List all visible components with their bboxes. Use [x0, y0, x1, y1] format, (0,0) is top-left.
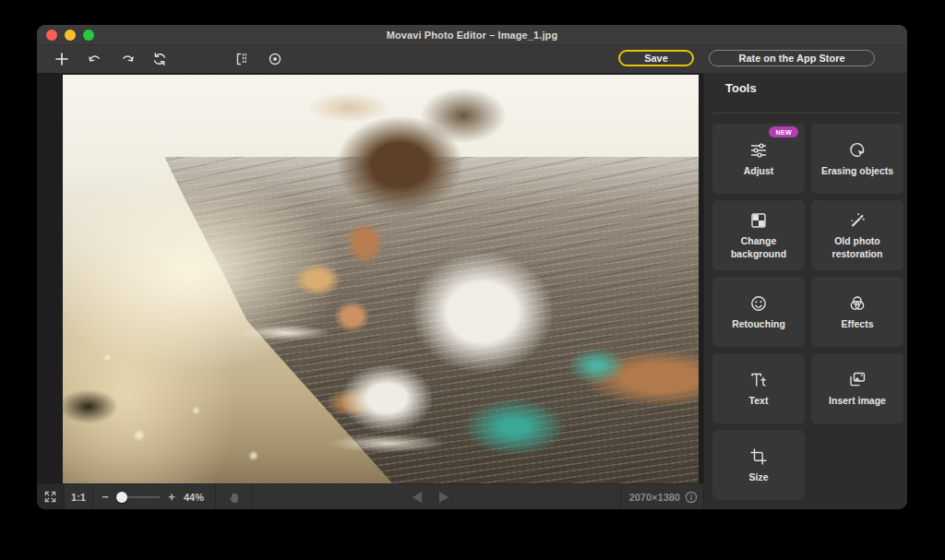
actual-size-button[interactable]: 1:1 [66, 484, 91, 509]
previous-image-button[interactable] [413, 492, 422, 503]
image-dimensions-value: 2070×1380 [629, 492, 680, 503]
next-image-button[interactable] [439, 492, 449, 503]
divider [251, 484, 252, 509]
adjust-sliders-icon [748, 140, 769, 161]
app-window: Movavi Photo Editor – Image_1.jpg [37, 25, 907, 509]
new-badge: NEW [769, 126, 798, 137]
show-original-icon[interactable] [264, 48, 286, 70]
tool-label: Text [749, 395, 769, 407]
erasing-objects-icon [847, 140, 867, 161]
divider [215, 484, 216, 509]
info-icon[interactable] [685, 491, 698, 504]
insert-image-icon [847, 370, 867, 390]
fit-screen-icon[interactable] [37, 484, 65, 509]
tool-label: Erasing objects [821, 165, 893, 177]
titlebar: Movavi Photo Editor – Image_1.jpg [37, 25, 907, 45]
window-title: Movavi Photo Editor – Image_1.jpg [37, 25, 907, 44]
reset-icon[interactable] [149, 48, 171, 70]
size-crop-icon [748, 447, 769, 467]
tool-label: Adjust [744, 165, 774, 177]
tool-label: Insert image [829, 395, 886, 407]
old-photo-restoration-icon [847, 210, 867, 231]
tools-panel-title: Tools [725, 81, 757, 95]
before-after-compare-icon[interactable] [231, 48, 253, 70]
divider [712, 113, 900, 113]
content-area: 1:1 − + 44% 2070×1380 [37, 73, 907, 509]
photo-canvas[interactable] [63, 75, 699, 484]
tool-label: Change background [716, 235, 801, 259]
zoom-out-button[interactable]: − [98, 484, 113, 509]
tools-panel: Tools NEW Adjust E [703, 73, 907, 509]
zoom-slider-knob[interactable] [116, 492, 127, 503]
change-background-icon [748, 210, 769, 231]
redo-icon[interactable] [116, 48, 138, 70]
photo-figures-region [63, 75, 699, 484]
rate-app-store-button[interactable]: Rate on the App Store [709, 50, 875, 66]
editor-canvas [37, 73, 703, 483]
divider [92, 484, 93, 509]
image-dimensions: 2070×1380 [629, 484, 698, 509]
retouching-smiley-icon [748, 293, 769, 314]
tool-card-insert-image[interactable]: Insert image [811, 353, 903, 423]
tools-grid: NEW Adjust Erasing objects [712, 124, 903, 500]
effects-circles-icon [847, 293, 867, 314]
tool-card-retouching[interactable]: Retouching [712, 277, 805, 347]
tool-label: Effects [841, 318, 873, 330]
status-bar: 1:1 − + 44% 2070×1380 [37, 483, 703, 509]
tool-card-adjust[interactable]: NEW Adjust [712, 124, 805, 194]
toolbar: Save Rate on the App Store [37, 45, 907, 73]
plus-icon[interactable] [51, 48, 73, 70]
undo-icon[interactable] [84, 48, 106, 70]
tool-card-size[interactable]: Size [712, 430, 805, 500]
hand-pan-icon[interactable] [219, 484, 250, 509]
text-icon [748, 370, 769, 390]
save-button[interactable]: Save [618, 50, 694, 66]
tool-label: Retouching [732, 318, 785, 330]
tool-card-text[interactable]: Text [712, 353, 805, 423]
tool-label: Size [748, 471, 768, 483]
tool-card-erasing-objects[interactable]: Erasing objects [811, 124, 903, 194]
tool-card-effects[interactable]: Effects [811, 277, 903, 347]
tool-label: Old photo restoration [815, 235, 900, 259]
tool-card-old-photo-restoration[interactable]: Old photo restoration [811, 200, 903, 270]
divider [620, 484, 621, 509]
tool-card-change-background[interactable]: Change background [712, 200, 805, 270]
canvas-column: 1:1 − + 44% 2070×1380 [37, 73, 703, 509]
zoom-percent: 44% [177, 484, 210, 509]
